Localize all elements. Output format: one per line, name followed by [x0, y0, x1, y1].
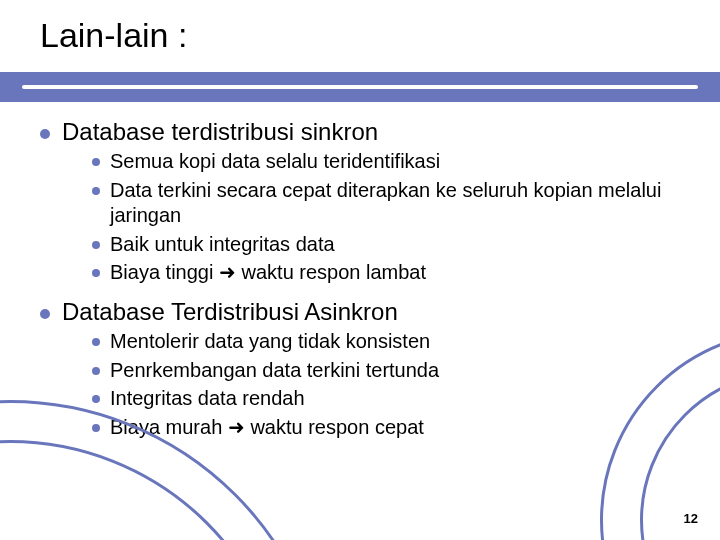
list-item: Semua kopi data selalu teridentifikasi: [92, 149, 690, 175]
bullet-icon: [40, 309, 50, 319]
list-item: Biaya murah ➜ waktu respon cepat: [92, 415, 690, 441]
bullet-icon: [92, 395, 100, 403]
list-item: Mentolerir data yang tidak konsisten: [92, 329, 690, 355]
list-item: Data terkini secara cepat diterapkan ke …: [92, 178, 690, 229]
section-heading-text: Database Terdistribusi Asinkron: [62, 298, 398, 326]
bullet-icon: [92, 187, 100, 195]
accent-band-line: [22, 85, 698, 89]
bullet-icon: [92, 338, 100, 346]
list-item: Baik untuk integritas data: [92, 232, 690, 258]
list-item: Integritas data rendah: [92, 386, 690, 412]
list-item: Biaya tinggi ➜ waktu respon lambat: [92, 260, 690, 286]
list-item-text: Integritas data rendah: [110, 386, 305, 412]
list-item-text: Penrkembangan data terkini tertunda: [110, 358, 439, 384]
list-item-text: Mentolerir data yang tidak konsisten: [110, 329, 430, 355]
list-item-text: Data terkini secara cepat diterapkan ke …: [110, 178, 690, 229]
bullet-icon: [92, 241, 100, 249]
list-item-text: Semua kopi data selalu teridentifikasi: [110, 149, 440, 175]
section-heading: Database terdistribusi sinkron: [40, 118, 690, 146]
bullet-icon: [92, 158, 100, 166]
slide: Lain-lain : Database terdistribusi sinkr…: [0, 0, 720, 540]
bullet-icon: [92, 269, 100, 277]
list-item-text: Baik untuk integritas data: [110, 232, 335, 258]
list-item-text: Biaya tinggi ➜ waktu respon lambat: [110, 260, 426, 286]
bullet-icon: [92, 367, 100, 375]
section-heading-text: Database terdistribusi sinkron: [62, 118, 378, 146]
title-area: Lain-lain :: [0, 0, 720, 72]
section-heading: Database Terdistribusi Asinkron: [40, 298, 690, 326]
slide-title: Lain-lain :: [40, 16, 187, 55]
bullet-icon: [40, 129, 50, 139]
list-item: Penrkembangan data terkini tertunda: [92, 358, 690, 384]
slide-number: 12: [684, 511, 698, 526]
